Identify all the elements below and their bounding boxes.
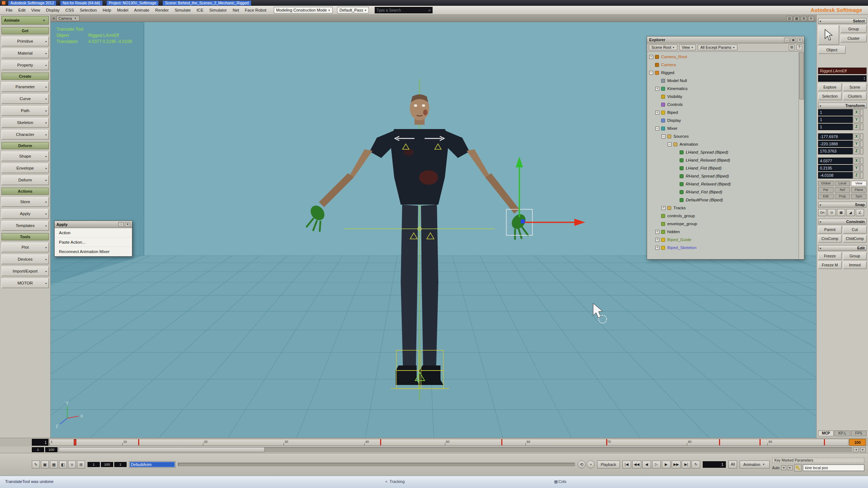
transform-value-field[interactable]: 4.0377 [818, 158, 853, 164]
shelf-icon[interactable]: ▦ [50, 461, 58, 468]
tree-item-rigged[interactable]: −Rigged [647, 69, 799, 77]
tree-item-model-null[interactable]: Model Null [647, 77, 799, 85]
edit-button[interactable]: Group [843, 252, 867, 260]
tree-item-sources[interactable]: −Sources [647, 132, 799, 140]
tree-item-hidden[interactable]: +hidden [647, 228, 799, 236]
snap-toggle-button[interactable]: ∠ [856, 209, 864, 216]
keyframe-marker[interactable] [606, 439, 607, 445]
tree-item-rhand-fist-biped-[interactable]: RHand_Fist (Biped) [647, 188, 799, 196]
menu-item[interactable]: Face Robot [242, 6, 269, 14]
search-box[interactable]: ⌕ [375, 7, 433, 13]
keyframe-marker[interactable] [824, 439, 825, 445]
transform-mode-button[interactable]: Local [835, 181, 850, 186]
playback-option-icon[interactable]: ◔ [587, 461, 595, 468]
object-button[interactable]: Object [818, 46, 846, 54]
transform-mode-button[interactable]: Ref [835, 187, 850, 193]
shelf-icon[interactable]: ≡ [68, 461, 76, 468]
transform-mode-button[interactable]: Prop [835, 194, 850, 199]
popup-titlebar[interactable]: Apply ▫ ✕ [55, 221, 132, 228]
selection-secondary-field[interactable]: ▲▼ [818, 75, 867, 82]
panel-tab[interactable]: KP-L [834, 431, 850, 436]
keyframe-marker[interactable] [501, 439, 502, 445]
cluster-button[interactable]: Cluster [841, 35, 867, 42]
key-icon[interactable] [794, 464, 801, 471]
toolbar-button-property[interactable]: Property▸ [1, 60, 49, 70]
menu-item[interactable]: Net [230, 6, 242, 14]
value-slider-handle[interactable] [860, 148, 863, 154]
playhead[interactable] [74, 439, 76, 445]
popup-menu-item[interactable]: Action [55, 228, 132, 237]
value-slider-handle[interactable] [860, 141, 863, 147]
edit-button[interactable]: Freeze [818, 252, 842, 260]
toolbar-button-apply[interactable]: Apply▸ [1, 209, 49, 219]
tree-item-rhand-relaxed-biped-[interactable]: RHand_Relaxed (Biped) [647, 180, 799, 188]
playback-field[interactable]: 1 [88, 462, 100, 467]
transform-value-field[interactable]: -177.6978 [818, 133, 853, 140]
scrollbar-thumb[interactable] [799, 52, 804, 99]
axis-toggle-y[interactable]: Y [854, 165, 859, 171]
collapse-icon[interactable]: − [655, 127, 659, 130]
tree-item-display[interactable]: Display [647, 116, 799, 124]
help-icon[interactable]: ? [796, 44, 802, 50]
tree-item-animation[interactable]: −Animation [647, 140, 799, 148]
axis-toggle-x[interactable]: X [854, 158, 859, 164]
keyframe-marker[interactable] [719, 439, 720, 445]
end-frame-cap[interactable]: 100 [849, 439, 866, 446]
axis-toggle-z[interactable]: Z [854, 172, 859, 179]
transport-button[interactable]: ▷ [652, 461, 661, 468]
transform-value-field[interactable]: 0.2195 [818, 165, 853, 171]
tree-item-visibility[interactable]: Visibility [647, 93, 799, 100]
scroll-left-icon[interactable]: ◂ [853, 447, 859, 452]
timeline-ruler[interactable]: 1102030405060708090100 [49, 439, 848, 446]
toolbar-button-templates[interactable]: Templates▸ [1, 221, 49, 231]
shelf-icon[interactable]: ◧ [59, 461, 67, 468]
snap-section-header[interactable]: ▸ Snap [818, 202, 867, 207]
expand-icon[interactable]: + [655, 246, 659, 250]
toolbar-button-path[interactable]: Path▸ [1, 106, 49, 116]
scroll-right-icon[interactable]: ▸ [860, 447, 866, 452]
range-start-field[interactable]: 1 [32, 447, 44, 452]
select-filter-button[interactable]: Explore [818, 84, 842, 91]
tree-item-biped[interactable]: +Biped [647, 108, 799, 116]
next-arrow-icon[interactable]: ▸ [788, 465, 793, 470]
menu-item[interactable]: Render [152, 6, 172, 14]
expand-icon[interactable]: + [655, 230, 659, 234]
edit-section-header[interactable]: ▸ Edit [818, 245, 867, 251]
menu-item[interactable]: Animate [131, 6, 152, 14]
axis-toggle-z[interactable]: Z [854, 148, 859, 154]
toolbar-button-deform[interactable]: Deform▸ [1, 175, 49, 185]
maximize-icon[interactable]: ▣ [791, 38, 796, 42]
auto-key-label[interactable]: Auto [772, 466, 780, 470]
explorer-filter-select[interactable]: View▾ [679, 44, 696, 50]
start-frame-field[interactable]: 1 [32, 439, 48, 446]
toolbar-button-plot[interactable]: Plot▸ [1, 243, 49, 252]
transform-value-field[interactable]: 1 [818, 116, 853, 123]
pin-icon[interactable]: ▫ [118, 222, 124, 227]
pass-select[interactable]: Default_Pass ▾ [337, 7, 369, 13]
tree-item-lhand-relaxed-biped-[interactable]: LHand_Relaxed (Biped) [647, 156, 799, 164]
collapse-icon[interactable]: − [649, 71, 653, 75]
transform-value-field[interactable]: -220.1888 [818, 141, 853, 147]
tree-item-defaultpose-biped-[interactable]: DefaultPose (Biped) [647, 196, 799, 204]
toolbar-button-skeleton[interactable]: Skeleton▸ [1, 118, 49, 128]
tree-item-tracks[interactable]: +Tracks [647, 204, 799, 212]
spinner-icon[interactable]: ▲▼ [863, 76, 865, 81]
camera-select[interactable]: Camera ▾ [56, 16, 79, 21]
tree-item-controls-group[interactable]: controls_group [647, 212, 799, 220]
expand-icon[interactable]: + [661, 206, 665, 210]
transform-mode-button[interactable]: Global [818, 181, 834, 186]
select-filter-button[interactable]: Scene [843, 84, 867, 91]
popup-menu-item[interactable]: Reconnect Animation Mixer [55, 247, 132, 256]
group-button[interactable]: Group [841, 25, 867, 33]
menu-item[interactable]: Edit [16, 6, 29, 14]
toolbar-button-shape[interactable]: Shape▸ [1, 151, 49, 161]
transform-mode-button[interactable]: Par [818, 187, 834, 193]
timeline-groove[interactable] [178, 463, 575, 466]
transform-value-field[interactable]: 1 [818, 109, 853, 116]
playback-button[interactable]: Playback [597, 461, 620, 468]
viewport-icon[interactable]: ⊞ [801, 16, 807, 21]
edit-button[interactable]: Freeze M [818, 261, 842, 269]
playback-field[interactable]: 100 [101, 462, 113, 467]
current-frame-field[interactable]: 1 [703, 461, 726, 468]
explorer-filter-select[interactable]: Scene Root▾ [649, 44, 677, 50]
